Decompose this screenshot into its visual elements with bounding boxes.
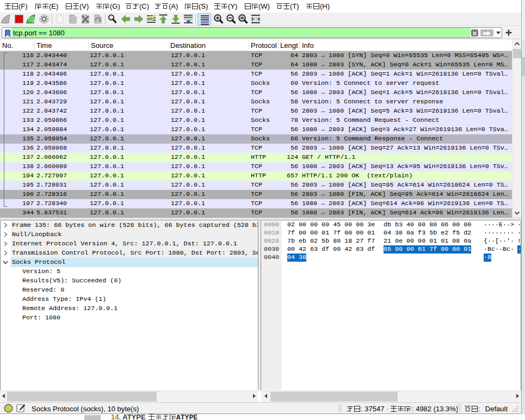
svg-text:010: 010: [71, 20, 76, 22]
